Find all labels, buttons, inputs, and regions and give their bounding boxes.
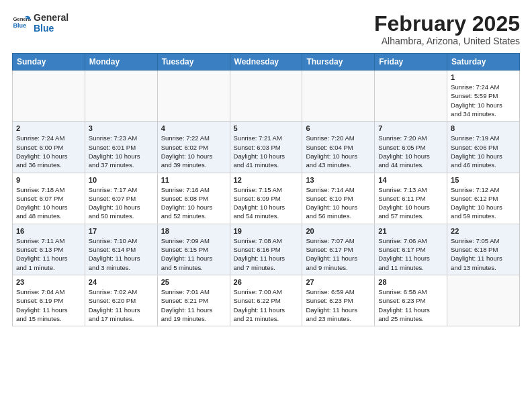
day-number: 10 [89,176,154,184]
day-number: 13 [306,176,371,184]
weekday-header-monday: Monday [85,54,157,71]
day-cell [375,71,447,122]
day-number: 2 [16,124,81,132]
day-info: Sunrise: 6:58 AM Sunset: 6:23 PM Dayligh… [378,287,443,323]
day-cell: 19Sunrise: 7:08 AM Sunset: 6:16 PM Dayli… [230,224,302,275]
day-cell [157,71,230,122]
day-info: Sunrise: 7:07 AM Sunset: 6:17 PM Dayligh… [306,236,371,272]
day-number: 15 [451,176,516,184]
day-cell [230,71,302,122]
day-info: Sunrise: 7:24 AM Sunset: 6:00 PM Dayligh… [16,134,81,169]
logo: General Blue General Blue [12,12,69,34]
day-number: 23 [16,278,81,286]
day-cell: 21Sunrise: 7:06 AM Sunset: 6:17 PM Dayli… [375,224,447,275]
day-info: Sunrise: 7:24 AM Sunset: 5:59 PM Dayligh… [451,83,516,118]
day-info: Sunrise: 7:04 AM Sunset: 6:19 PM Dayligh… [16,287,81,323]
day-info: Sunrise: 7:08 AM Sunset: 6:16 PM Dayligh… [234,236,299,272]
logo-blue: Blue [34,23,69,34]
day-cell: 3Sunrise: 7:23 AM Sunset: 6:01 PM Daylig… [85,122,157,173]
day-number: 27 [306,278,371,286]
day-cell: 11Sunrise: 7:16 AM Sunset: 6:08 PM Dayli… [157,173,230,224]
day-cell: 28Sunrise: 6:58 AM Sunset: 6:23 PM Dayli… [375,275,447,326]
day-cell: 7Sunrise: 7:20 AM Sunset: 6:05 PM Daylig… [375,122,447,173]
day-info: Sunrise: 7:21 AM Sunset: 6:03 PM Dayligh… [234,134,299,169]
day-cell [13,71,85,122]
month-title: February 2025 [374,12,520,36]
day-number: 14 [378,176,443,184]
day-number: 26 [234,278,299,286]
day-number: 3 [89,124,154,132]
calendar-table: SundayMondayTuesdayWednesdayThursdayFrid… [12,53,520,326]
day-info: Sunrise: 7:10 AM Sunset: 6:14 PM Dayligh… [89,236,154,272]
day-number: 24 [89,278,154,286]
day-cell: 2Sunrise: 7:24 AM Sunset: 6:00 PM Daylig… [13,122,85,173]
day-cell: 17Sunrise: 7:10 AM Sunset: 6:14 PM Dayli… [85,224,157,275]
day-info: Sunrise: 7:16 AM Sunset: 6:08 PM Dayligh… [161,185,226,221]
weekday-header-saturday: Saturday [447,54,520,71]
day-info: Sunrise: 7:05 AM Sunset: 6:18 PM Dayligh… [451,236,516,272]
day-info: Sunrise: 7:22 AM Sunset: 6:02 PM Dayligh… [161,134,226,169]
day-info: Sunrise: 7:18 AM Sunset: 6:07 PM Dayligh… [16,185,81,221]
day-number: 7 [378,124,443,132]
day-number: 11 [161,176,226,184]
day-cell: 4Sunrise: 7:22 AM Sunset: 6:02 PM Daylig… [157,122,230,173]
week-row-2: 2Sunrise: 7:24 AM Sunset: 6:00 PM Daylig… [13,122,520,173]
day-cell: 5Sunrise: 7:21 AM Sunset: 6:03 PM Daylig… [230,122,302,173]
day-info: Sunrise: 7:19 AM Sunset: 6:06 PM Dayligh… [451,134,516,169]
day-cell: 27Sunrise: 6:59 AM Sunset: 6:23 PM Dayli… [302,275,375,326]
day-cell: 13Sunrise: 7:14 AM Sunset: 6:10 PM Dayli… [302,173,375,224]
day-info: Sunrise: 7:23 AM Sunset: 6:01 PM Dayligh… [89,134,154,169]
logo-general: General [34,12,69,23]
day-cell [447,275,520,326]
day-info: Sunrise: 7:06 AM Sunset: 6:17 PM Dayligh… [378,236,443,272]
day-cell: 9Sunrise: 7:18 AM Sunset: 6:07 PM Daylig… [13,173,85,224]
day-cell: 24Sunrise: 7:02 AM Sunset: 6:20 PM Dayli… [85,275,157,326]
svg-text:Blue: Blue [13,22,26,29]
day-info: Sunrise: 7:11 AM Sunset: 6:13 PM Dayligh… [16,236,81,272]
day-info: Sunrise: 7:17 AM Sunset: 6:07 PM Dayligh… [89,185,154,221]
day-number: 17 [89,227,154,235]
weekday-header-row: SundayMondayTuesdayWednesdayThursdayFrid… [13,54,520,71]
day-number: 16 [16,227,81,235]
location-subtitle: Alhambra, Arizona, United States [374,36,520,46]
day-number: 28 [378,278,443,286]
day-number: 6 [306,124,371,132]
day-cell: 18Sunrise: 7:09 AM Sunset: 6:15 PM Dayli… [157,224,230,275]
day-info: Sunrise: 7:15 AM Sunset: 6:09 PM Dayligh… [234,185,299,221]
day-cell: 6Sunrise: 7:20 AM Sunset: 6:04 PM Daylig… [302,122,375,173]
day-number: 5 [234,124,299,132]
day-cell [302,71,375,122]
day-cell: 26Sunrise: 7:00 AM Sunset: 6:22 PM Dayli… [230,275,302,326]
day-number: 21 [378,227,443,235]
day-number: 25 [161,278,226,286]
day-info: Sunrise: 7:01 AM Sunset: 6:21 PM Dayligh… [161,287,226,323]
calendar-page: General Blue General Blue February 2025 … [0,0,532,333]
day-number: 9 [16,176,81,184]
day-number: 18 [161,227,226,235]
day-cell: 20Sunrise: 7:07 AM Sunset: 6:17 PM Dayli… [302,224,375,275]
day-cell: 12Sunrise: 7:15 AM Sunset: 6:09 PM Dayli… [230,173,302,224]
page-header: General Blue General Blue February 2025 … [12,12,520,46]
day-number: 1 [451,73,516,81]
day-cell: 23Sunrise: 7:04 AM Sunset: 6:19 PM Dayli… [13,275,85,326]
day-cell: 22Sunrise: 7:05 AM Sunset: 6:18 PM Dayli… [447,224,520,275]
day-number: 8 [451,124,516,132]
day-number: 4 [161,124,226,132]
day-number: 22 [451,227,516,235]
day-cell: 1Sunrise: 7:24 AM Sunset: 5:59 PM Daylig… [447,71,520,122]
day-info: Sunrise: 7:00 AM Sunset: 6:22 PM Dayligh… [234,287,299,323]
weekday-header-tuesday: Tuesday [157,54,230,71]
week-row-3: 9Sunrise: 7:18 AM Sunset: 6:07 PM Daylig… [13,173,520,224]
day-info: Sunrise: 7:13 AM Sunset: 6:11 PM Dayligh… [378,185,443,221]
day-number: 20 [306,227,371,235]
week-row-5: 23Sunrise: 7:04 AM Sunset: 6:19 PM Dayli… [13,275,520,326]
weekday-header-thursday: Thursday [302,54,375,71]
day-cell: 15Sunrise: 7:12 AM Sunset: 6:12 PM Dayli… [447,173,520,224]
day-info: Sunrise: 7:09 AM Sunset: 6:15 PM Dayligh… [161,236,226,272]
day-cell: 14Sunrise: 7:13 AM Sunset: 6:11 PM Dayli… [375,173,447,224]
day-cell: 10Sunrise: 7:17 AM Sunset: 6:07 PM Dayli… [85,173,157,224]
day-number: 12 [234,176,299,184]
day-info: Sunrise: 7:12 AM Sunset: 6:12 PM Dayligh… [451,185,516,221]
day-info: Sunrise: 7:20 AM Sunset: 6:04 PM Dayligh… [306,134,371,169]
day-number: 19 [234,227,299,235]
